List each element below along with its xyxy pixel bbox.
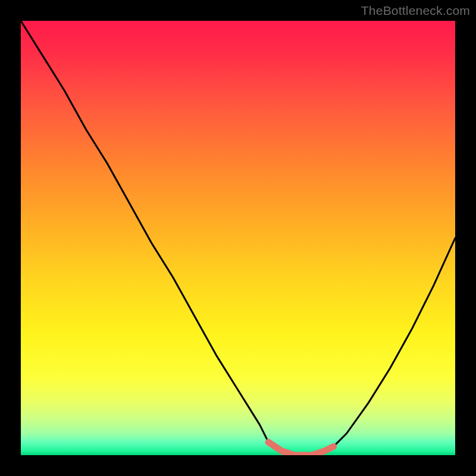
minimum-marker (21, 21, 455, 455)
chart-plot-area (21, 21, 455, 455)
watermark-text: TheBottleneck.com (361, 4, 470, 18)
chart-frame: TheBottleneck.com (0, 0, 476, 476)
